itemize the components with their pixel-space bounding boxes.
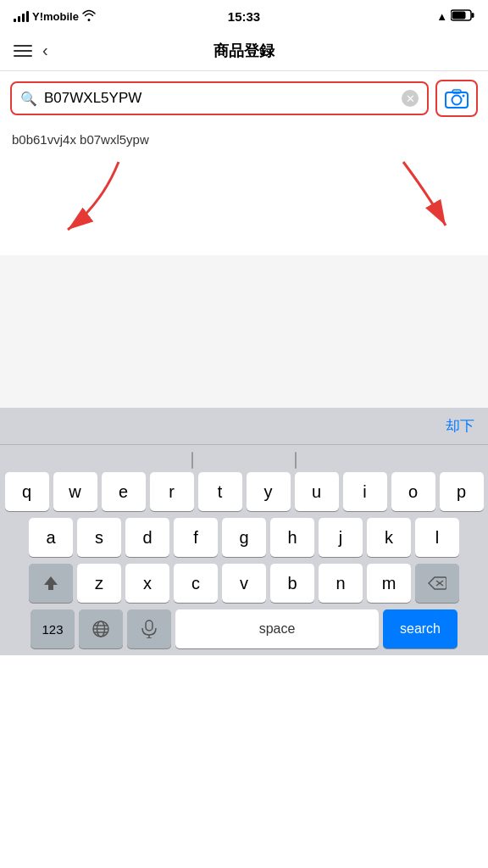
key-i[interactable]: i	[343, 472, 387, 511]
svg-rect-16	[146, 620, 152, 631]
indicator-left	[191, 452, 193, 469]
key-k[interactable]: k	[367, 518, 411, 557]
key-e[interactable]: e	[102, 472, 146, 511]
content-area	[0, 255, 488, 408]
key-w[interactable]: w	[53, 472, 97, 511]
key-y[interactable]: y	[247, 472, 291, 511]
search-key[interactable]: search	[383, 609, 458, 648]
camera-button[interactable]	[435, 80, 478, 117]
key-c[interactable]: c	[174, 564, 218, 603]
space-key-label: space	[259, 621, 296, 637]
signal-icon	[14, 10, 29, 22]
status-left: Y!mobile	[14, 9, 96, 24]
delete-icon	[428, 576, 446, 590]
key-t[interactable]: t	[198, 472, 242, 511]
dismiss-button[interactable]: 却下	[446, 416, 474, 436]
svg-point-4	[452, 96, 462, 105]
suggestion-item[interactable]: b0b61vvj4x b07wxl5ypw	[0, 125, 488, 153]
suggestion-text: b0b61vvj4x b07wxl5ypw	[12, 132, 149, 147]
globe-key[interactable]	[79, 609, 123, 648]
key-h[interactable]: h	[270, 518, 314, 557]
mic-key[interactable]	[127, 609, 171, 648]
location-icon: ▲	[436, 10, 447, 23]
number-key-label: 123	[42, 622, 63, 637]
search-section: 🔍 B07WXL5YPW ✕	[0, 71, 488, 125]
number-key[interactable]: 123	[30, 609, 75, 648]
space-key[interactable]: space	[175, 609, 379, 648]
mic-icon	[141, 620, 157, 638]
shift-icon	[42, 575, 59, 592]
status-right: ▲	[436, 9, 474, 24]
battery-icon	[451, 9, 474, 24]
svg-rect-2	[452, 11, 466, 19]
keyboard-row-2: a s d f g h j k l	[3, 518, 485, 557]
key-m[interactable]: m	[367, 564, 411, 603]
nav-left-controls: ‹	[14, 41, 48, 60]
clear-button[interactable]: ✕	[402, 90, 419, 107]
key-s[interactable]: s	[77, 518, 121, 557]
delete-key[interactable]	[415, 564, 459, 603]
keyboard-row-1: q w e r t y u i o p	[3, 472, 485, 511]
wifi-icon	[82, 9, 96, 24]
globe-icon	[92, 620, 110, 638]
key-l[interactable]: l	[415, 518, 459, 557]
menu-button[interactable]	[14, 45, 32, 57]
svg-point-6	[463, 95, 465, 97]
key-d[interactable]: d	[125, 518, 169, 557]
annotation-arrows	[0, 153, 488, 255]
status-time: 15:33	[228, 9, 260, 24]
keyboard-indicators	[3, 452, 485, 469]
keyboard: q w e r t y u i o p a s d f g h j k l z …	[0, 445, 488, 655]
search-box[interactable]: 🔍 B07WXL5YPW ✕	[10, 81, 429, 115]
status-bar: Y!mobile 15:33 ▲	[0, 0, 488, 31]
keyboard-row-3: z x c v b n m	[3, 564, 485, 603]
key-z[interactable]: z	[77, 564, 121, 603]
key-j[interactable]: j	[319, 518, 363, 557]
indicator-right	[295, 452, 297, 469]
left-arrow	[51, 153, 220, 247]
key-q[interactable]: q	[5, 472, 49, 511]
carrier-label: Y!mobile	[32, 10, 79, 23]
camera-icon	[445, 88, 469, 108]
key-x[interactable]: x	[125, 564, 169, 603]
search-key-label: search	[400, 621, 441, 637]
key-r[interactable]: r	[150, 472, 194, 511]
svg-rect-1	[472, 13, 474, 18]
nav-bar: ‹ 商品登録	[0, 31, 488, 71]
key-n[interactable]: n	[319, 564, 363, 603]
key-g[interactable]: g	[222, 518, 266, 557]
keyboard-dismiss-bar: 却下	[0, 408, 488, 445]
shift-key[interactable]	[29, 564, 73, 603]
right-arrow	[302, 153, 471, 247]
key-v[interactable]: v	[222, 564, 266, 603]
key-a[interactable]: a	[29, 518, 73, 557]
keyboard-row-4: 123 space search	[3, 609, 485, 648]
key-p[interactable]: p	[440, 472, 484, 511]
back-button[interactable]: ‹	[42, 41, 48, 60]
search-icon: 🔍	[20, 91, 37, 107]
search-input[interactable]: B07WXL5YPW	[44, 90, 402, 107]
key-u[interactable]: u	[295, 472, 339, 511]
page-title: 商品登録	[214, 41, 274, 61]
search-row: 🔍 B07WXL5YPW ✕	[10, 80, 478, 117]
key-o[interactable]: o	[391, 472, 435, 511]
key-f[interactable]: f	[174, 518, 218, 557]
key-b[interactable]: b	[270, 564, 314, 603]
